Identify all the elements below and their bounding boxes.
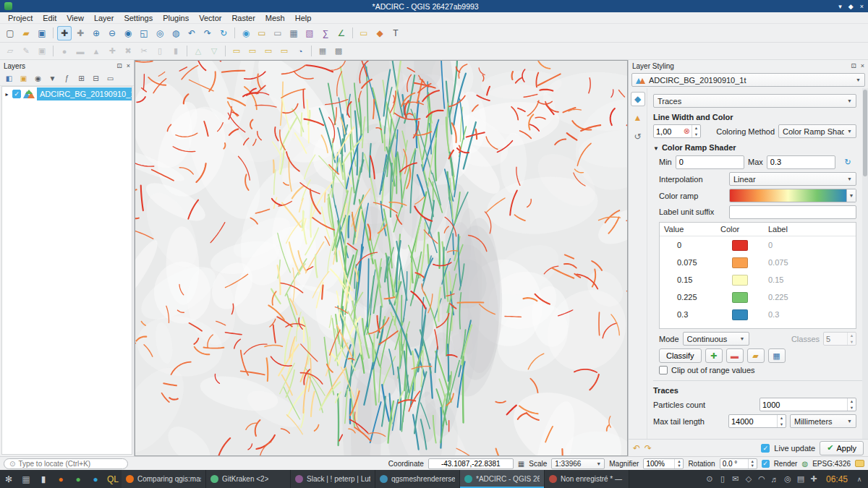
menu-mesh[interactable]: Mesh: [260, 13, 290, 23]
bluetooth-icon[interactable]: ◇: [742, 470, 755, 488]
mic-icon[interactable]: ◎: [781, 470, 794, 488]
pan-to-selection-icon[interactable]: ✚: [73, 26, 88, 40]
menu-vector[interactable]: Vector: [194, 13, 226, 23]
pager-icon[interactable]: ▦: [17, 470, 35, 488]
zoom-native-icon[interactable]: ◉: [121, 26, 135, 40]
table-row[interactable]: 0.2250.225: [660, 288, 856, 306]
rotation-spinner[interactable]: ▲▼: [720, 458, 757, 469]
task-button[interactable]: Slack | ! peterp | Lutr...: [291, 470, 375, 488]
table-row[interactable]: 00: [660, 236, 856, 254]
clock[interactable]: 06:45: [820, 474, 854, 484]
deselect-features-icon[interactable]: ▭: [271, 26, 285, 40]
task-button[interactable]: Non enregistré * — Sp...: [545, 470, 629, 488]
kate-launcher-icon[interactable]: ●: [69, 470, 87, 488]
particles-count-input[interactable]: [760, 398, 847, 411]
remove-class-icon[interactable]: ▬: [726, 348, 744, 363]
load-color-map-icon[interactable]: ▰: [747, 348, 765, 363]
refresh-map-icon[interactable]: ↻: [216, 26, 231, 40]
task-button[interactable]: *ADCIRC - QGIS 26427...: [460, 470, 545, 488]
manage-map-themes-icon[interactable]: ◉: [32, 72, 44, 85]
open-layer-styling-panel-icon[interactable]: ◧: [3, 72, 15, 85]
select-features-icon[interactable]: ▭: [255, 26, 269, 40]
map-canvas[interactable]: [135, 61, 627, 455]
max-tail-length-spinner[interactable]: ▲▼: [728, 414, 786, 428]
styling-scrollbar[interactable]: [862, 88, 868, 439]
ramp-shader-section-header[interactable]: ▼Color Ramp Shader: [653, 143, 864, 152]
table-row[interactable]: 0.30.3: [660, 306, 856, 323]
remove-layer-icon[interactable]: ▭: [104, 72, 116, 85]
add-group-icon[interactable]: ▣: [17, 72, 30, 85]
collapse-all-icon[interactable]: ⊟: [90, 72, 102, 85]
zoom-out-icon[interactable]: ⊖: [105, 26, 119, 40]
zoom-next-icon[interactable]: ↷: [200, 26, 215, 40]
close-panel-icon[interactable]: ×: [127, 62, 130, 69]
color-swatch[interactable]: [732, 275, 748, 286]
color-swatch[interactable]: [732, 257, 748, 268]
app-menu-icon[interactable]: ✻: [0, 470, 17, 488]
clear-value-icon[interactable]: ⊗: [684, 125, 692, 137]
spinner-arrows[interactable]: ▲▼: [692, 125, 700, 137]
zoom-last-icon[interactable]: ↶: [184, 26, 199, 40]
reload-min-max-icon[interactable]: ↻: [839, 155, 856, 169]
magnifier-input[interactable]: [644, 459, 674, 468]
zoom-to-layer-icon[interactable]: ◍: [169, 26, 183, 40]
expand-all-icon[interactable]: ⊞: [75, 72, 88, 85]
zoom-in-icon[interactable]: ⊕: [89, 26, 103, 40]
qgis-launcher-icon[interactable]: QL: [104, 470, 122, 488]
interpolation-selector[interactable]: Linear ▼: [729, 172, 856, 186]
konsole-icon[interactable]: ▮: [35, 470, 52, 488]
field-calculator-icon[interactable]: ▧: [302, 26, 317, 40]
layer-item[interactable]: ▸ ✓ ADCIRC_BG_20190910_1t: [2, 87, 132, 101]
max-input[interactable]: [767, 155, 835, 169]
label-unit-suffix-input[interactable]: [729, 205, 856, 219]
messages-icon[interactable]: [855, 460, 864, 467]
task-button[interactable]: GitKraken <2>: [206, 470, 291, 488]
locate-input[interactable]: [18, 460, 122, 468]
filter-legend-icon[interactable]: ▼: [46, 72, 59, 85]
maximize-button[interactable]: ◆: [848, 3, 854, 10]
layer-visibility-checkbox[interactable]: ✓: [12, 90, 21, 98]
crs-value[interactable]: EPSG:4326: [812, 460, 851, 468]
open-attribute-table-icon[interactable]: ▦: [286, 26, 301, 40]
scrollbar-thumb[interactable]: [863, 90, 867, 176]
firefox-launcher-icon[interactable]: ●: [52, 470, 69, 488]
layer-labeling-icon[interactable]: ▭: [229, 45, 244, 58]
redo-style-icon[interactable]: ↷: [644, 443, 652, 453]
undock-panel-icon[interactable]: ⊡: [116, 62, 122, 69]
particles-count-spinner[interactable]: ▲▼: [760, 398, 856, 411]
locate-box[interactable]: ⊙: [4, 458, 128, 469]
map-tips-icon[interactable]: ▭: [357, 26, 371, 40]
styling-layer-selector[interactable]: ADCIRC_BG_20190910_1t ▼: [631, 73, 865, 87]
notes-icon[interactable]: ▯: [716, 470, 729, 488]
task-button[interactable]: Comparing qgis:mast...: [122, 470, 206, 488]
menu-view[interactable]: View: [61, 13, 89, 23]
decoration-grid-icon[interactable]: ▩: [331, 45, 346, 58]
diagram-options-icon[interactable]: ◔: [293, 45, 307, 58]
chat-icon[interactable]: ✉: [729, 470, 742, 488]
menu-project[interactable]: Project: [3, 13, 38, 23]
network-icon[interactable]: ◠: [755, 470, 768, 488]
table-row[interactable]: 0.150.15: [660, 271, 856, 288]
renderer-selector[interactable]: Traces ▼: [653, 94, 856, 108]
menu-raster[interactable]: Raster: [226, 13, 260, 23]
live-update-checkbox[interactable]: ✓: [761, 444, 770, 453]
color-swatch[interactable]: [732, 309, 748, 320]
pin-icon[interactable]: ⊙: [703, 470, 716, 488]
menu-settings[interactable]: Settings: [119, 13, 158, 23]
statistics-icon[interactable]: ∑: [318, 26, 333, 40]
classify-button[interactable]: Classify: [659, 348, 702, 363]
table-row[interactable]: 0.0750.075: [660, 254, 856, 271]
map-series-icon[interactable]: ▦: [315, 45, 330, 58]
identify-features-icon[interactable]: ◉: [239, 26, 253, 40]
scale-selector[interactable]: 1:33966 ▼: [551, 458, 605, 469]
menu-layer[interactable]: Layer: [89, 13, 119, 23]
export-color-map-icon[interactable]: ▦: [768, 348, 786, 363]
highlight-labels-icon[interactable]: ▭: [277, 45, 292, 58]
tail-unit-selector[interactable]: Millimeters ▼: [790, 414, 856, 428]
add-class-icon[interactable]: ✚: [705, 348, 723, 363]
spinner-arrows[interactable]: ▲▼: [777, 415, 786, 427]
mesh-3d-tab-icon[interactable]: ▲: [631, 111, 645, 125]
line-width-spinner[interactable]: ⊗ ▲▼: [653, 124, 701, 138]
line-width-input[interactable]: [654, 125, 684, 137]
symbology-tab-icon[interactable]: ◆: [631, 92, 645, 106]
